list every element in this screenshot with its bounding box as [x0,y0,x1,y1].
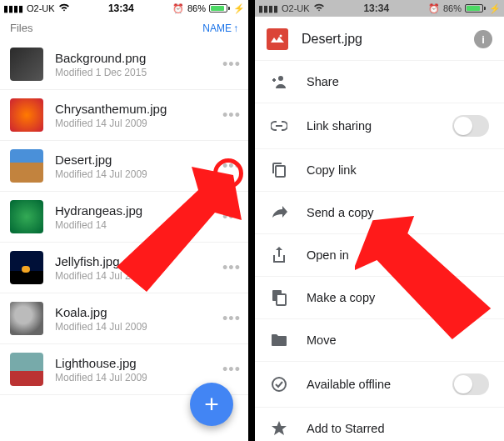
option-link-sharing[interactable]: Link sharing [255,103,504,148]
files-header-label: Files [10,22,32,34]
alarm-icon: ⏰ [428,3,440,14]
file-name: Lighthouse.jpg [55,356,222,370]
info-icon[interactable]: i [474,30,492,48]
offline-icon [270,375,288,393]
file-modified: Modified 14 Jul 2009 [55,372,222,383]
file-row[interactable]: Desert.jpg Modified 14 Jul 2009 ••• [0,141,248,192]
option-label: Link sharing [307,119,452,133]
duplicate-icon [270,288,288,307]
status-time: 13:34 [108,3,134,14]
battery-pct: 86% [187,3,206,13]
status-bar: ▮▮▮▮ O2-UK 13:34 ⏰ 86% ⚡ [255,0,504,17]
file-thumbnail [10,48,43,81]
file-name: Chrysanthemum.jpg [55,102,222,116]
option-open-in[interactable]: Open in [255,233,504,276]
carrier-label: O2-UK [282,3,310,13]
more-options-icon[interactable]: ••• [222,361,242,378]
charging-icon: ⚡ [233,3,245,14]
svg-point-2 [278,76,283,81]
option-make-copy[interactable]: Make a copy [255,276,504,318]
file-modified: Modified 1 Dec 2015 [55,67,222,78]
files-header: Files NAME ↑ [0,17,248,39]
battery-pct: 86% [443,3,462,13]
file-name: Hydrangeas.jpg [55,203,222,218]
signal-icon: ▮▮▮▮ [3,3,23,14]
link-sharing-toggle[interactable] [452,115,489,137]
file-thumbnail [10,251,43,284]
offline-toggle[interactable] [452,373,489,395]
sort-toggle[interactable]: NAME ↑ [202,23,238,34]
option-label: Make a copy [307,291,489,304]
option-share[interactable]: Share [255,60,504,103]
option-label: Available offline [307,378,452,391]
file-modified: Modified 14 [55,219,222,231]
file-name: Desert.jpg [55,153,222,167]
svg-point-6 [272,378,286,391]
more-options-icon[interactable]: ••• [222,107,242,124]
charging-icon: ⚡ [489,3,501,14]
file-modified: Modified 14 Jul 2009 [55,321,222,333]
file-type-icon [267,28,288,50]
file-modified: Modified 14 Jul 2009 [55,270,222,282]
file-row[interactable]: Chrysanthemum.jpg Modified 14 Jul 2009 •… [0,90,248,141]
file-thumbnail [10,302,43,335]
status-bar: ▮▮▮▮ O2-UK 13:34 ⏰ 86% ⚡ [0,0,248,17]
option-label: Send a copy [307,206,489,219]
sheet-title: Desert.jpg [302,32,474,47]
status-time: 13:34 [363,3,389,14]
more-options-icon[interactable]: ••• [222,158,242,175]
more-options-icon[interactable]: ••• [222,208,242,226]
file-modified: Modified 14 Jul 2009 [55,168,222,180]
sheet-header: Desert.jpg i [255,17,504,60]
person-add-icon [270,73,288,91]
wifi-icon [58,3,70,13]
option-add-starred[interactable]: Add to Starred [255,407,504,441]
file-thumbnail [10,353,43,386]
signal-icon: ▮▮▮▮ [258,3,278,14]
option-label: Open in [307,248,489,262]
more-options-icon[interactable]: ••• [222,259,242,277]
file-options-sheet: ▮▮▮▮ O2-UK 13:34 ⏰ 86% ⚡ Desert.jpg i Sh… [255,0,504,441]
file-modified: Modified 14 Jul 2009 [55,118,222,129]
more-options-icon[interactable]: ••• [222,56,242,73]
file-name: Koala.jpg [55,305,222,319]
arrow-up-icon: ↑ [233,23,238,34]
battery-icon [465,4,486,13]
file-name: Background.png [55,51,222,65]
open-in-icon [270,246,288,264]
folder-icon [270,331,288,349]
file-row[interactable]: Background.png Modified 1 Dec 2015 ••• [0,39,248,90]
battery-icon [209,4,230,13]
option-label: Share [307,75,489,88]
file-list: Background.png Modified 1 Dec 2015 ••• C… [0,39,248,395]
options-sheet: Desert.jpg i Share Link sharing Copy lin… [255,17,504,441]
file-row[interactable]: Hydrangeas.jpg Modified 14 ••• [0,192,248,243]
star-icon [270,419,288,438]
svg-rect-5 [277,294,286,305]
option-label: Move [307,333,489,347]
file-name: Jellyfish.jpg [55,254,222,268]
wifi-icon [313,3,325,13]
option-send-copy[interactable]: Send a copy [255,191,504,233]
option-move[interactable]: Move [255,318,504,361]
link-icon [270,117,288,135]
svg-rect-3 [276,166,285,177]
plus-icon: + [204,390,219,418]
copy-icon [270,161,288,179]
carrier-label: O2-UK [27,3,55,13]
add-fab[interactable]: + [190,383,233,426]
option-copy-link[interactable]: Copy link [255,148,504,191]
option-label: Add to Starred [307,422,489,435]
file-row[interactable]: Jellyfish.jpg Modified 14 Jul 2009 ••• [0,243,248,293]
alarm-icon: ⏰ [172,3,184,14]
send-icon [270,203,288,222]
file-list-screen: ▮▮▮▮ O2-UK 13:34 ⏰ 86% ⚡ Files NAME ↑ Ba… [0,0,248,441]
file-thumbnail [10,149,43,183]
file-thumbnail [10,200,43,233]
more-options-icon[interactable]: ••• [222,310,242,328]
svg-point-1 [280,35,282,38]
option-available-offline[interactable]: Available offline [255,361,504,407]
file-thumbnail [10,98,43,132]
file-row[interactable]: Koala.jpg Modified 14 Jul 2009 ••• [0,293,248,344]
sort-label: NAME [202,23,232,34]
